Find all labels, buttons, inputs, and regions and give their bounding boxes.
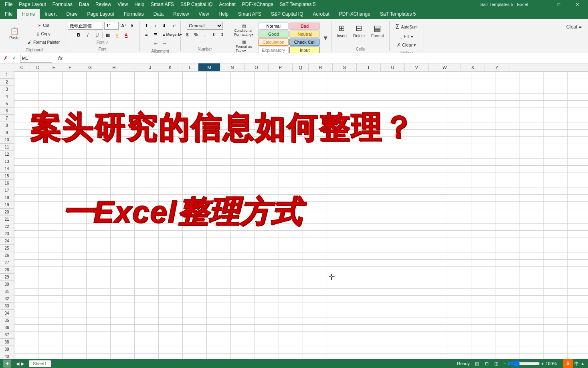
clear-btn[interactable]: ✗ Clear ▾ <box>393 41 420 49</box>
styles-expand-icon[interactable]: ▼ <box>322 35 329 42</box>
col-header-c[interactable]: C <box>14 63 30 71</box>
align-bottom-btn[interactable]: ⬇ <box>160 22 168 30</box>
tab-sat-templates[interactable]: SaT Templates 5 <box>375 9 421 19</box>
row-num-20[interactable]: 20 <box>0 209 14 216</box>
col-header-u[interactable]: U <box>381 63 405 71</box>
style-check-cell[interactable]: Check Cell <box>289 39 320 46</box>
menu-sat-templates[interactable]: SaT Templates 5 <box>277 1 319 8</box>
col-header-p[interactable]: P <box>269 63 293 71</box>
style-calculation[interactable]: Calculation <box>258 39 289 46</box>
page-break-view-btn[interactable]: ◫ <box>492 360 500 368</box>
col-header-k[interactable]: K <box>158 63 182 71</box>
col-header-r[interactable]: R <box>309 63 333 71</box>
tab-data[interactable]: Data <box>149 9 168 19</box>
row-num-22[interactable]: 22 <box>0 223 14 230</box>
col-header-d[interactable]: D <box>30 63 46 71</box>
row-num-31[interactable]: 31 <box>0 288 14 295</box>
conditional-format-btn[interactable]: ▤ ConditionalFormatting▾ <box>232 22 256 38</box>
tab-view[interactable]: View <box>194 9 214 19</box>
tab-draw[interactable]: Draw <box>61 9 82 19</box>
row-num-36[interactable]: 36 <box>0 324 14 331</box>
row-num-9[interactable]: 9 <box>0 129 14 136</box>
align-top-btn[interactable]: ⬆ <box>142 22 150 30</box>
row-num-1[interactable]: 1 <box>0 71 14 79</box>
italic-btn[interactable]: I <box>84 31 92 39</box>
col-header-j[interactable]: J <box>142 63 158 71</box>
font-size-input[interactable] <box>104 22 119 30</box>
indent-decrease-btn[interactable]: ⇤ <box>152 39 160 47</box>
name-box-input[interactable] <box>20 54 52 63</box>
tab-pdf-xchange[interactable]: PDF-XChange <box>334 9 375 19</box>
merge-btn[interactable]: Merge &▾ <box>170 30 178 39</box>
row-num-33[interactable]: 33 <box>0 303 14 310</box>
indent-increase-btn[interactable]: ⇥ <box>161 39 169 47</box>
currency-btn[interactable]: $ <box>183 30 191 39</box>
font-increase-btn[interactable]: A⁺ <box>120 22 128 30</box>
percent-btn[interactable]: % <box>192 30 200 39</box>
menu-data[interactable]: Data <box>76 1 92 8</box>
style-normal[interactable]: Normal <box>258 22 289 30</box>
row-num-39[interactable]: 39 <box>0 346 14 353</box>
comma-btn[interactable]: , <box>201 30 209 39</box>
col-header-w[interactable]: W <box>429 63 461 71</box>
format-btn[interactable]: ▤ Format <box>368 22 387 40</box>
nav-left-btn[interactable]: ◀ <box>16 361 19 366</box>
maximize-btn[interactable]: □ <box>550 0 568 9</box>
row-num-28[interactable]: 28 <box>0 266 14 274</box>
fill-color-btn[interactable]: A̲ <box>113 31 121 39</box>
close-btn[interactable]: ✕ <box>568 0 586 9</box>
tab-insert[interactable]: Insert <box>40 9 61 19</box>
align-left-btn[interactable]: ≡ <box>142 30 150 39</box>
autosum-btn[interactable]: Σ AutoSum <box>392 22 421 32</box>
menu-pdf-xchange[interactable]: PDF-XChange <box>239 1 277 8</box>
font-color-btn[interactable]: A̲ <box>122 31 130 39</box>
tab-home[interactable]: Home <box>17 9 40 19</box>
col-header-q[interactable]: Q <box>293 63 309 71</box>
underline-btn[interactable]: U <box>93 31 101 39</box>
row-num-21[interactable]: 21 <box>0 216 14 223</box>
add-sheet-btn[interactable]: + <box>3 360 11 368</box>
style-neutral[interactable]: Neutral <box>289 30 320 38</box>
col-header-g[interactable]: G <box>78 63 102 71</box>
row-num-15[interactable]: 15 <box>0 173 14 180</box>
tab-help[interactable]: Help <box>214 9 233 19</box>
row-num-40[interactable]: 40 <box>0 353 14 359</box>
col-header-i[interactable]: I <box>126 63 142 71</box>
formula-confirm-btn[interactable]: ✓ <box>10 54 18 62</box>
insert-btn[interactable]: ⊞ Insert <box>334 22 350 40</box>
tab-sp-capital[interactable]: S&P Capital IQ <box>266 9 308 19</box>
row-num-29[interactable]: 29 <box>0 274 14 281</box>
zoom-out-btn[interactable]: − <box>503 361 506 366</box>
row-num-18[interactable]: 18 <box>0 194 14 201</box>
ime-status[interactable]: ▲ <box>580 361 585 366</box>
menu-help[interactable]: Help <box>131 1 148 8</box>
row-num-13[interactable]: 13 <box>0 158 14 165</box>
border-btn[interactable]: ▦ <box>104 31 112 39</box>
zoom-slider[interactable] <box>508 360 540 367</box>
row-num-7[interactable]: 7 <box>0 115 14 122</box>
row-num-35[interactable]: 35 <box>0 317 14 324</box>
tab-acrobat[interactable]: Acrobat <box>308 9 334 19</box>
row-num-38[interactable]: 38 <box>0 339 14 346</box>
menu-sp-capital[interactable]: S&P Capital IQ <box>177 1 216 8</box>
ime-lang[interactable]: 中 <box>574 361 579 367</box>
col-header-e[interactable]: E <box>46 63 62 71</box>
col-header-l[interactable]: L <box>182 63 198 71</box>
row-num-3[interactable]: 3 <box>0 86 14 93</box>
style-bad[interactable]: Bad <box>289 22 320 30</box>
row-num-27[interactable]: 27 <box>0 259 14 266</box>
menu-page-layout[interactable]: Page Layout <box>16 1 49 8</box>
row-num-37[interactable]: 37 <box>0 331 14 339</box>
align-center-btn[interactable]: ≣ <box>151 30 159 39</box>
bold-btn[interactable]: B <box>75 31 83 39</box>
tab-file[interactable]: File <box>0 9 17 19</box>
row-num-19[interactable]: 19 <box>0 201 14 209</box>
font-name-input[interactable] <box>68 22 103 30</box>
tab-review[interactable]: Review <box>168 9 194 19</box>
paste-btn[interactable]: 📋 Paste <box>6 26 23 42</box>
decimal-decrease-btn[interactable]: 0. <box>218 30 226 39</box>
col-header-v[interactable]: V <box>405 63 429 71</box>
number-format-select[interactable]: General <box>187 22 223 30</box>
col-header-s[interactable]: S <box>333 63 357 71</box>
formula-input[interactable] <box>67 54 586 63</box>
